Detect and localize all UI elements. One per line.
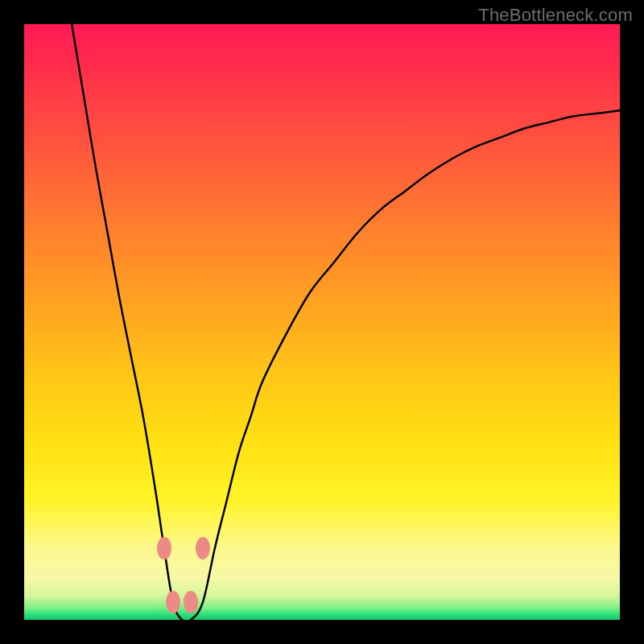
- bottleneck-curve: [72, 24, 620, 620]
- plot-area: [24, 24, 620, 620]
- chart-frame: TheBottleneck.com: [0, 0, 644, 644]
- watermark-text: TheBottleneck.com: [478, 5, 633, 26]
- curve-layer: [24, 24, 620, 620]
